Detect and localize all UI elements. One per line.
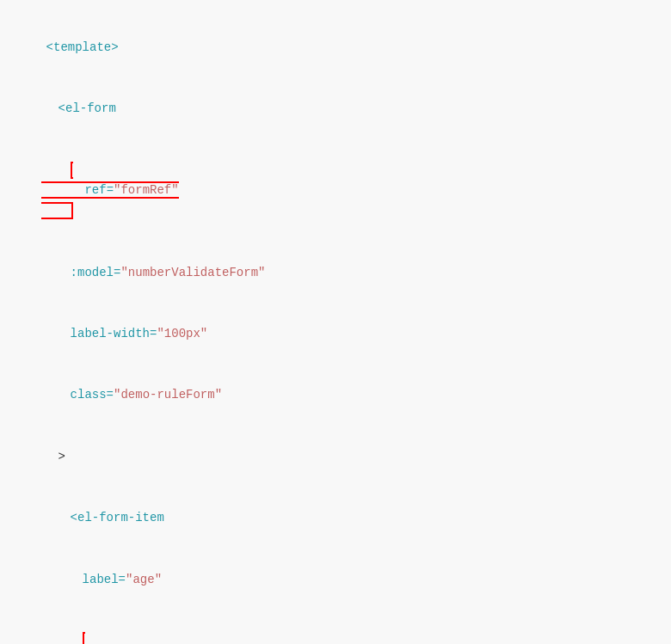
attr-label-value: "age" — [126, 573, 162, 586]
code-line-8: <el-form-item — [17, 488, 654, 549]
closing-bracket: > — [58, 450, 65, 463]
code-block: <template> <el-form ref="formRef" :model… — [0, 9, 671, 644]
code-line-7: > — [17, 426, 654, 488]
tag-el-form: <el-form — [58, 101, 116, 115]
highlight-prop-age: prop="age" — [53, 632, 169, 644]
highlight-ref-formref: ref="formRef" — [41, 162, 179, 220]
attr-model-value: "numberValidateForm" — [120, 266, 265, 279]
attr-label-width: label-width= — [71, 327, 157, 340]
code-line-6: class="demo-ruleForm" — [17, 365, 654, 426]
tag-el-form-item-1: <el-form-item — [71, 511, 164, 524]
code-line-4: :model="numberValidateForm" — [17, 242, 654, 304]
code-line-5: label-width="100px" — [17, 304, 654, 365]
code-line-2: <el-form — [17, 78, 654, 139]
code-line-1: <template> — [17, 17, 654, 78]
attr-ref-value: "formRef" — [114, 183, 179, 197]
attr-label: label= — [83, 573, 126, 586]
code-line-3: ref="formRef" — [17, 140, 654, 242]
attr-model: :model= — [71, 266, 121, 279]
attr-label-width-value: "100px" — [157, 327, 207, 340]
attr-class-value: "demo-ruleForm" — [114, 388, 222, 402]
attr-ref: ref= — [84, 183, 114, 197]
tag-template-open: <template> — [46, 40, 119, 54]
code-line-10: prop="age" — [17, 610, 654, 644]
code-line-9: label="age" — [17, 549, 654, 610]
attr-class: class= — [71, 388, 114, 402]
